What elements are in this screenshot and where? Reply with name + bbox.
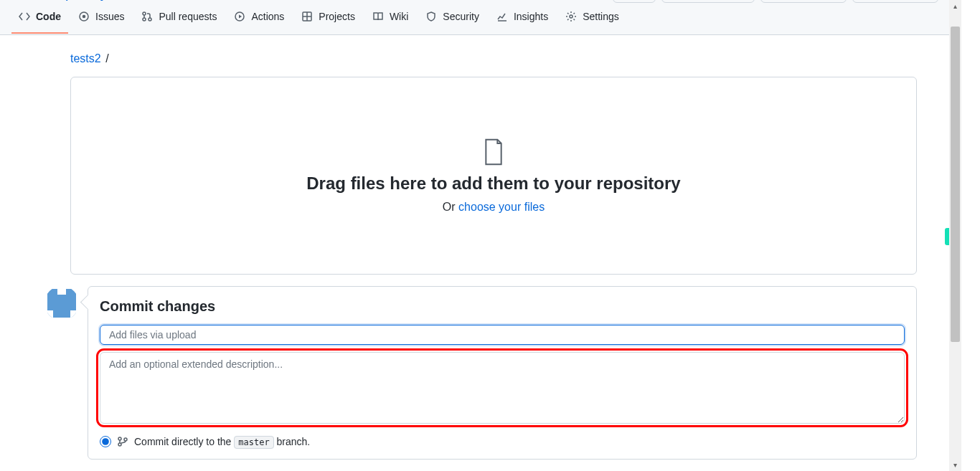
repo-tabs: Code Issues Pull requests Actions Projec… bbox=[0, 0, 961, 34]
file-dropzone[interactable]: Drag files here to add them to your repo… bbox=[70, 77, 917, 275]
side-handle[interactable] bbox=[945, 228, 949, 245]
repo-action-bar bbox=[613, 0, 938, 3]
svg-point-2 bbox=[143, 12, 146, 15]
book-icon bbox=[372, 11, 384, 22]
tab-security[interactable]: Security bbox=[418, 1, 486, 34]
commit-description-input[interactable] bbox=[100, 352, 905, 424]
code-icon bbox=[19, 11, 30, 22]
repo-title: techsupervity / tests2 bbox=[23, 0, 161, 1]
svg-point-7 bbox=[570, 15, 573, 18]
star-button[interactable] bbox=[852, 0, 938, 3]
watch-button[interactable] bbox=[661, 0, 755, 3]
svg-point-8 bbox=[118, 437, 121, 440]
tab-actions[interactable]: Actions bbox=[227, 1, 291, 34]
tab-label: Projects bbox=[319, 11, 355, 22]
vertical-scrollbar[interactable]: ▴ ▾ bbox=[949, 0, 961, 471]
svg-point-10 bbox=[124, 438, 127, 441]
choose-files-link[interactable]: choose your files bbox=[458, 201, 545, 213]
repo-name-link[interactable]: tests2 bbox=[120, 0, 161, 1]
dropzone-subtitle: Or choose your files bbox=[443, 201, 545, 214]
radio-label: Commit directly to the master branch. bbox=[134, 436, 310, 447]
scroll-thumb[interactable] bbox=[951, 27, 960, 342]
commit-form: Commit changes Commit directly to the ma… bbox=[88, 286, 917, 460]
tab-pull-requests[interactable]: Pull requests bbox=[134, 1, 224, 34]
scroll-down-arrow[interactable]: ▾ bbox=[949, 459, 961, 471]
scroll-up-arrow[interactable]: ▴ bbox=[949, 0, 961, 12]
svg-point-1 bbox=[83, 16, 85, 18]
breadcrumb-root[interactable]: tests2 bbox=[70, 52, 101, 65]
commit-message-input[interactable] bbox=[100, 325, 905, 345]
tab-insights[interactable]: Insights bbox=[489, 1, 555, 34]
commit-direct-radio[interactable] bbox=[100, 436, 111, 447]
pin-button[interactable] bbox=[613, 0, 656, 3]
branch-name: master bbox=[234, 436, 273, 449]
tab-label: Wiki bbox=[390, 11, 408, 22]
pull-request-icon bbox=[141, 11, 153, 22]
tab-label: Actions bbox=[251, 11, 284, 22]
svg-point-9 bbox=[118, 443, 121, 446]
commit-direct-option[interactable]: Commit directly to the master branch. bbox=[100, 436, 905, 447]
play-icon bbox=[234, 11, 245, 22]
dropzone-title: Drag files here to add them to your repo… bbox=[306, 173, 680, 194]
file-icon bbox=[482, 138, 505, 166]
tab-settings[interactable]: Settings bbox=[558, 1, 626, 34]
fork-button[interactable] bbox=[760, 0, 847, 3]
graph-icon bbox=[496, 11, 508, 22]
user-avatar[interactable] bbox=[44, 286, 79, 320]
tab-label: Code bbox=[36, 11, 61, 22]
gear-icon bbox=[565, 11, 577, 22]
tab-projects[interactable]: Projects bbox=[294, 1, 362, 34]
tab-code[interactable]: Code bbox=[11, 1, 68, 34]
tab-wiki[interactable]: Wiki bbox=[365, 1, 415, 34]
svg-point-4 bbox=[149, 18, 151, 21]
tab-issues[interactable]: Issues bbox=[71, 1, 131, 34]
tab-label: Settings bbox=[583, 11, 619, 22]
commit-heading: Commit changes bbox=[100, 298, 905, 315]
scroll-track[interactable] bbox=[949, 12, 961, 459]
breadcrumb: tests2 / bbox=[44, 52, 917, 65]
issue-icon bbox=[78, 11, 90, 22]
shield-icon bbox=[425, 11, 437, 22]
tab-label: Issues bbox=[95, 11, 124, 22]
path-sep: / bbox=[112, 0, 116, 1]
owner-link[interactable]: techsupervity bbox=[23, 0, 108, 1]
branch-icon bbox=[117, 436, 128, 447]
tab-label: Security bbox=[443, 11, 479, 22]
tab-label: Insights bbox=[514, 11, 548, 22]
breadcrumb-sep: / bbox=[105, 52, 108, 65]
svg-point-3 bbox=[143, 18, 146, 21]
tab-label: Pull requests bbox=[159, 11, 217, 22]
projects-icon bbox=[301, 11, 313, 22]
